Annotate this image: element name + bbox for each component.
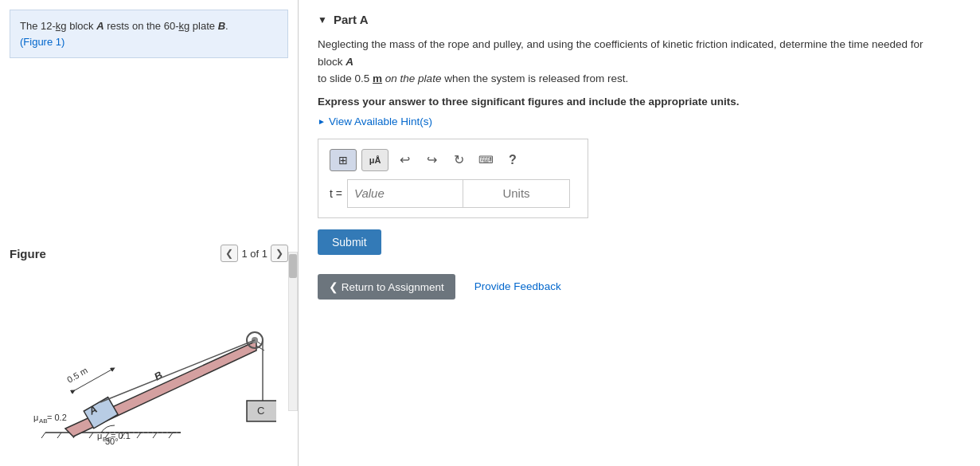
figure-diagram: A B C 0.5 m μ AB = 0.2 μ BC = 0.1 (21, 273, 276, 456)
matrix-icon: ⊞ (338, 154, 348, 166)
svg-text:C: C (257, 405, 264, 417)
problem-description: Neglecting the mass of the rope and pull… (318, 36, 939, 88)
bottom-row: ❮ Return to Assignment Provide Feedback (318, 274, 961, 300)
desc-text-2: to slide 0.5 m on the plate when the sys… (318, 72, 628, 84)
problem-statement: The 12-kg block A rests on the 60-kg pla… (10, 10, 288, 58)
submit-button[interactable]: Submit (318, 229, 381, 255)
problem-text-main: The 12-kg block A rests on the 60-kg pla… (20, 20, 228, 32)
return-button[interactable]: ❮ Return to Assignment (318, 274, 455, 300)
undo-button[interactable]: ↩ (393, 149, 416, 171)
hints-link[interactable]: ► View Available Hint(s) (318, 116, 961, 127)
express-instructions: Express your answer to three significant… (318, 96, 961, 108)
input-row: t = (330, 179, 576, 208)
refresh-icon: ↻ (454, 152, 464, 167)
redo-icon: ↪ (427, 152, 437, 167)
part-title: Part A (334, 13, 369, 26)
svg-text:0.5 m: 0.5 m (65, 366, 89, 385)
scroll-thumb (289, 254, 297, 278)
right-panel: ▼ Part A Neglecting the mass of the rope… (299, 0, 980, 466)
svg-line-1 (41, 433, 45, 438)
desc-text-1: Neglecting the mass of the rope and pull… (318, 38, 923, 68)
part-header: ▼ Part A (318, 13, 961, 26)
svg-line-7 (137, 433, 141, 438)
block-letter: A (346, 56, 353, 68)
figure-controls: Figure ❮ 1 of 1 ❯ (10, 240, 288, 265)
figure-label: Figure (10, 247, 46, 260)
figure-link[interactable]: (Figure 1) (20, 36, 64, 48)
hints-arrow-icon: ► (318, 117, 326, 126)
keyboard-button[interactable]: ⌨ (474, 149, 497, 171)
svg-line-2 (57, 433, 61, 438)
answer-toolbar: ⊞ μÅ ↩ ↪ ↻ ⌨ ? (330, 149, 576, 171)
mu-icon: μÅ (369, 155, 381, 165)
matrix-button[interactable]: ⊞ (330, 149, 357, 171)
svg-text:= 0.2: = 0.2 (47, 413, 67, 422)
units-input[interactable] (463, 179, 570, 208)
feedback-link[interactable]: Provide Feedback (474, 280, 561, 292)
value-input[interactable] (347, 179, 463, 208)
answer-box: ⊞ μÅ ↩ ↪ ↻ ⌨ ? t = (318, 139, 588, 218)
figure-prev-button[interactable]: ❮ (221, 245, 238, 262)
figure-nav: ❮ 1 of 1 ❯ (221, 245, 288, 262)
hints-label: View Available Hint(s) (329, 116, 432, 127)
t-label: t = (330, 187, 342, 200)
left-panel: The 12-kg block A rests on the 60-kg pla… (0, 0, 299, 466)
svg-line-9 (169, 433, 173, 438)
mu-button[interactable]: μÅ (361, 149, 388, 171)
collapse-arrow-icon[interactable]: ▼ (318, 14, 327, 25)
svg-text:30°: 30° (105, 437, 119, 446)
undo-icon: ↩ (400, 152, 410, 167)
svg-line-8 (153, 433, 157, 438)
figure-next-button[interactable]: ❯ (271, 245, 288, 262)
redo-button[interactable]: ↪ (420, 149, 443, 171)
refresh-button[interactable]: ↻ (447, 149, 470, 171)
question-icon: ? (509, 153, 517, 167)
figure-count: 1 of 1 (241, 248, 267, 260)
svg-line-18 (100, 340, 255, 402)
help-button[interactable]: ? (502, 149, 524, 171)
svg-text:μ: μ (33, 413, 38, 422)
keyboard-icon: ⌨ (478, 154, 494, 166)
svg-line-4 (89, 433, 93, 438)
scroll-track[interactable] (288, 252, 298, 411)
